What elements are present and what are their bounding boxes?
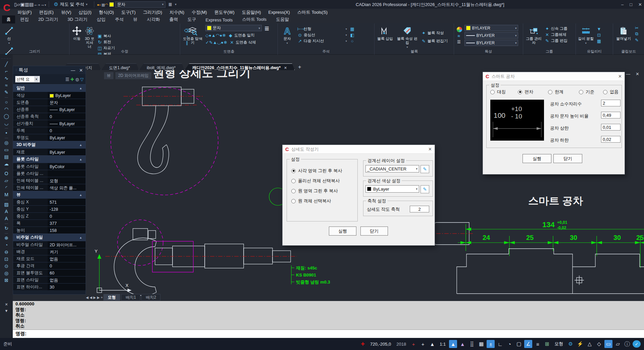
layout-tab[interactable]: 배치2 [141,294,160,301]
group-tool[interactable]: ✕그룹해제 [545,32,567,38]
property-row[interactable]: 표면 스타일 없음 [13,276,86,283]
menu-item[interactable]: 그리기(D) [140,9,165,16]
maximize-button[interactable]: □ [630,2,632,7]
region-tool-icon[interactable]: O [2,170,11,177]
property-row[interactable]: 색상 ByLayer [13,92,86,99]
child-close-button[interactable]: ✕ [636,71,639,77]
group-tool[interactable]: ✎그룹 편집 [545,38,567,44]
copy-mode-radio[interactable]: 폴리선 객체 선택복사 [291,178,340,184]
tolerance-mode-radio[interactable]: 없음 [603,89,618,95]
block-insert-button[interactable]: 블록 삽입 [377,25,393,49]
color-combo[interactable]: BYLAYER▾ [464,25,518,31]
menu-item[interactable]: 도움말(H) [239,9,264,16]
workspace-switcher[interactable]: ⚙ 제도 및 주석 ▾ [52,1,91,7]
save-as-icon[interactable]: ▥ [25,2,29,7]
dialog-titlebar[interactable]: C 스마트 공차 ✕ [483,72,625,81]
wipeout-tool-icon[interactable]: ▱ [2,177,11,184]
undo-icon[interactable]: ← [34,2,38,7]
tab-last-button[interactable]: ▶ [97,296,100,299]
visual-style-control[interactable]: 2D 와이어프레임 [115,72,151,79]
workspace-badge-icon[interactable]: ◇ [595,340,603,348]
menu-item[interactable]: 삽입(I) [75,9,95,16]
divider[interactable]: — [2,167,11,170]
cut-button[interactable]: ✂ [634,25,639,31]
pan-tool-icon[interactable]: ⊕ [2,234,11,241]
rectangle-tool-icon[interactable]: ▭ [2,146,11,153]
line-button[interactable]: 선▾ [2,25,16,45]
info-icon[interactable]: ⓘ [623,340,631,348]
group-label[interactable]: 유틸리티 [576,49,613,54]
lower-tolerance-input[interactable] [601,136,621,143]
arc-tool-icon[interactable]: ◠ [2,105,11,112]
ribbon-tab[interactable]: 주석 [110,15,128,23]
layout-tab[interactable]: 배치1 [121,294,140,301]
open-file-icon[interactable]: ▱ [17,2,20,7]
quick-properties-icon[interactable]: ⚡ [576,340,584,348]
length-divide-button[interactable]: 길이 분할▾ [578,25,594,45]
dialog-titlebar[interactable]: C 상세도 작성기 ✕ [283,145,435,154]
layer-combo[interactable]: 문자 ▾ [115,1,165,8]
minimize-button[interactable]: – [621,2,624,7]
section-header[interactable]: 일반▲ [13,84,86,92]
layer-check-icon[interactable]: ✓ [205,40,209,45]
viewbase-button[interactable]: ◧ [350,32,355,38]
property-row[interactable]: 선종류 ByLayer [13,106,86,113]
group-label[interactable]: 특성 [454,49,523,54]
plot-icon[interactable]: ▤ [29,2,34,7]
annotation-tool[interactable]: ↗다중 지시선▾ [297,38,347,44]
ribbon-tab[interactable]: Express Tools [201,16,237,23]
ribbon-tab[interactable]: 시각화 [142,15,164,23]
dialog-close-icon[interactable]: ✕ [618,74,622,79]
annotation-scale-icon[interactable]: ▲ [428,340,436,348]
group-label[interactable]: 그리기 [0,49,69,54]
block-editor-button[interactable]: ✎블록 편집기 [421,38,448,44]
tab-prev-button[interactable]: ◀ [90,296,92,299]
table-button[interactable]: ▦ [350,26,355,32]
select-similar-button[interactable]: ⊡ [596,32,602,38]
tab-add-button[interactable]: + [101,296,103,299]
circle-tool-icon[interactable]: ○ [2,98,11,105]
grid-display-icon[interactable]: ▦ [477,340,485,348]
zoom-dynamic-icon[interactable]: ⊙ [2,262,11,269]
property-row[interactable]: 중심 Z 0 [13,212,86,219]
property-row[interactable]: 인쇄 테이블 ... 모형 [13,177,86,184]
property-row[interactable]: 비주얼 스타일 2D 와이어프... [13,241,86,248]
app-logo-icon[interactable]: C [1,0,13,15]
decimal-places-input[interactable] [601,100,621,106]
tab-next-button[interactable]: ▶ [93,296,96,299]
annotation-tool[interactable]: ⊙중심선▾ [297,32,347,38]
coordinates-readout[interactable]: 720,-205,0 [368,340,393,348]
property-row[interactable]: 중심 X 571 [13,198,86,205]
zoom-center-icon[interactable]: ◎ [2,269,11,277]
zoom-extents-icon[interactable]: ⊠ [2,277,11,284]
donut-tool-icon[interactable]: ◎ [2,139,11,146]
menu-item[interactable]: 형식(O) [96,9,117,16]
ribbon-tab[interactable]: 도움말 [271,15,293,23]
filter-tree-icon[interactable]: ☰ [65,77,69,82]
file-tab[interactable]: 도면1.dwg* [101,63,139,70]
property-row[interactable]: 도면층 문자 [13,99,86,106]
dynamic-input-icon[interactable]: ± [487,340,495,348]
property-row[interactable]: 선가중치 ByLayer [13,120,86,127]
layer-thaw-icon[interactable]: ❄ [224,40,227,45]
layer-states-icon[interactable]: ≣ [167,2,174,7]
calculator-button[interactable]: ▦ [596,38,602,44]
close-dialog-button[interactable]: 닫기 [553,154,582,163]
menu-item[interactable]: 도구(T) [118,9,139,16]
layer-off-icon[interactable]: ● [209,33,211,38]
tolerance-mode-radio[interactable]: 한계 [548,89,563,95]
property-row[interactable]: 중심 Y -128 [13,205,86,212]
ribbon-tab[interactable]: 삽입 [92,15,110,23]
ortho-mode-icon[interactable]: ∟ [496,340,504,348]
toolbar-grip[interactable]: ‥‥‥‥ [1,56,12,59]
ribbon-tab[interactable]: 스마트 Tools [238,15,271,23]
revcloud-tool-icon[interactable]: ☁ [2,160,11,167]
block-tool-icon[interactable]: M [2,191,11,198]
upper-tolerance-input[interactable] [601,124,621,131]
block-attr-edit-button[interactable]: 블록 속성 편집▾ [396,25,418,49]
xline-tool-icon[interactable]: ∿ [2,74,11,82]
panel-close-icon[interactable]: ✕ [79,68,83,73]
child-minimize-button[interactable]: — [626,71,630,77]
layer-delete-button[interactable]: ✕도면층 삭제 [229,39,256,45]
divider[interactable]: — [2,232,11,234]
